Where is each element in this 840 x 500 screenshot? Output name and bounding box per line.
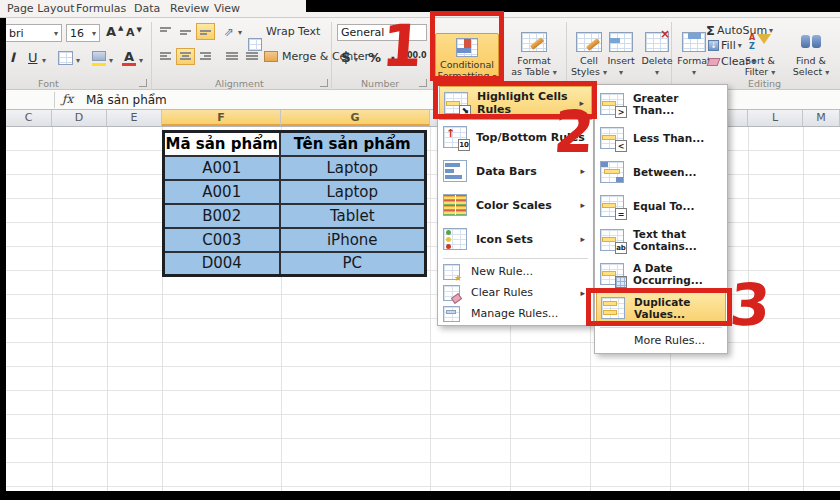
- borders-dropdown-icon[interactable]: ▾: [76, 56, 80, 65]
- shrink-font-button[interactable]: A▼: [126, 26, 142, 39]
- column-header-c[interactable]: C: [6, 110, 52, 126]
- decrease-indent-button[interactable]: [222, 48, 241, 65]
- chevron-down-icon[interactable]: ▾: [92, 29, 96, 38]
- submenu-item-more-rules[interactable]: More Rules...: [596, 330, 726, 351]
- menu-item-manage-rules[interactable]: Manage Rules...: [439, 303, 592, 324]
- cell-g2[interactable]: Laptop: [280, 156, 426, 180]
- cell-g5[interactable]: iPhone: [280, 228, 426, 252]
- currency-button[interactable]: $: [341, 49, 351, 65]
- submenu-item-text-contains[interactable]: ab Text that Contains...: [596, 223, 726, 257]
- cell-f4[interactable]: B002: [164, 204, 280, 228]
- column-header-d[interactable]: D: [52, 110, 107, 126]
- grow-font-button[interactable]: A▲: [106, 24, 123, 39]
- format-as-table-button[interactable]: Formatas Table ▾: [506, 32, 562, 78]
- middle-align-button[interactable]: [176, 23, 195, 40]
- tab-review[interactable]: Review: [170, 2, 209, 15]
- top-align-button[interactable]: [156, 23, 175, 40]
- italic-button[interactable]: I: [10, 50, 15, 65]
- font-color-swatch: [122, 63, 136, 66]
- menu-item-icon-sets[interactable]: Icon Sets ▸: [439, 222, 592, 256]
- conditional-formatting-icon: [456, 38, 478, 57]
- submenu-arrow-icon: ▸: [580, 288, 585, 298]
- align-right-button[interactable]: [196, 48, 215, 65]
- sort-filter-button[interactable]: A Z Sort &Filter ▾: [738, 32, 782, 78]
- underline-button[interactable]: U: [28, 50, 38, 65]
- menu-item-new-rule[interactable]: ★ New Rule...: [439, 261, 592, 282]
- cell-f5[interactable]: C003: [164, 228, 280, 252]
- fill-button[interactable]: ↓ Fill▾: [708, 39, 742, 52]
- table-row: D004 PC: [164, 252, 426, 276]
- data-bars-icon: [443, 160, 467, 182]
- borders-icon[interactable]: [58, 51, 73, 65]
- fill-color-dropdown-icon[interactable]: ▾: [109, 56, 113, 65]
- number-dialog-launcher[interactable]: [419, 79, 427, 87]
- screenshot-left-crop: [0, 18, 6, 500]
- product-table: Mã sản phẩm Tên sản phẩm A001 Laptop A00…: [162, 130, 427, 277]
- cell-g4[interactable]: Tablet: [280, 204, 426, 228]
- font-size-combo[interactable]: 16 ▾: [66, 24, 100, 42]
- format-cells-button[interactable]: Format▾: [676, 32, 712, 78]
- font-name-combo[interactable]: bri ▾: [5, 24, 62, 42]
- merge-center-button[interactable]: Merge & Center▾: [282, 50, 375, 63]
- format-cells-icon: [682, 32, 706, 52]
- column-header-l[interactable]: L: [748, 110, 803, 126]
- submenu-item-date-occurring[interactable]: A Date Occurring...: [596, 257, 726, 291]
- underline-dropdown-icon[interactable]: ▾: [42, 56, 46, 65]
- tab-data[interactable]: Data: [134, 2, 160, 15]
- sigma-icon: Σ: [706, 23, 715, 38]
- highlight-cells-icon: ⬊: [444, 92, 468, 114]
- align-left-button[interactable]: [156, 48, 175, 65]
- increase-indent-button[interactable]: [242, 48, 261, 65]
- tab-page-layout[interactable]: Page Layout: [7, 2, 75, 15]
- column-header-g[interactable]: G: [281, 110, 430, 126]
- find-select-button[interactable]: Find &Select ▾: [788, 32, 834, 78]
- submenu-item-less-than[interactable]: < Less Than...: [596, 121, 726, 155]
- cell-f6[interactable]: D004: [164, 252, 280, 276]
- tab-view[interactable]: View: [214, 2, 240, 15]
- cell-f1[interactable]: Mã sản phẩm: [164, 132, 280, 156]
- font-color-button[interactable]: A: [124, 49, 134, 64]
- font-color-dropdown-icon[interactable]: ▾: [139, 56, 143, 65]
- wrap-text-button[interactable]: Wrap Text: [266, 25, 320, 38]
- icon-sets-icon: [443, 228, 467, 250]
- column-header-m[interactable]: M: [803, 110, 840, 126]
- orientation-icon[interactable]: ⇗: [224, 25, 234, 39]
- fill-color-swatch: [92, 63, 106, 66]
- fill-down-icon: ↓: [708, 40, 719, 51]
- screenshot-bottom-crop: [0, 491, 840, 500]
- duplicate-values-icon: [601, 297, 625, 319]
- orientation-dropdown-icon[interactable]: ▾: [238, 28, 242, 37]
- delete-cells-button[interactable]: × Delete▾: [640, 32, 674, 78]
- submenu-item-between[interactable]: Between...: [596, 155, 726, 189]
- cell-f2[interactable]: A001: [164, 156, 280, 180]
- submenu-item-greater-than[interactable]: > Greater Than...: [596, 87, 726, 121]
- font-dialog-launcher[interactable]: [139, 79, 147, 87]
- fill-color-icon[interactable]: [92, 51, 106, 61]
- menu-item-color-scales[interactable]: Color Scales ▸: [439, 188, 592, 222]
- insert-cells-button[interactable]: Insert▾: [604, 32, 638, 78]
- text-contains-icon: ab: [600, 229, 624, 251]
- bottom-align-button[interactable]: [196, 23, 215, 40]
- menu-item-clear-rules[interactable]: Clear Rules ▸: [439, 282, 592, 303]
- less-than-icon: <: [600, 127, 624, 149]
- submenu-item-duplicate-values[interactable]: Duplicate Values...: [596, 291, 726, 325]
- cf-label-line2: Formatting: [438, 70, 490, 81]
- chevron-down-icon[interactable]: ▾: [54, 29, 58, 38]
- alignment-dialog-launcher[interactable]: [320, 79, 328, 87]
- cell-f3[interactable]: A001: [164, 180, 280, 204]
- tab-formulas[interactable]: Formulas: [76, 2, 126, 15]
- formula-bar-value[interactable]: Mã sản phẩm: [86, 93, 167, 107]
- cell-g1[interactable]: Tên sản phẩm: [280, 132, 426, 156]
- cf-label-line1: Conditional: [440, 59, 494, 70]
- font-size-value: 16: [70, 27, 84, 40]
- column-header-f[interactable]: F: [162, 110, 281, 126]
- cell-g3[interactable]: Laptop: [280, 180, 426, 204]
- percent-style-button[interactable]: %: [368, 50, 381, 65]
- cell-g6[interactable]: PC: [280, 252, 426, 276]
- new-rule-icon: ★: [443, 264, 460, 280]
- column-header-e[interactable]: E: [107, 110, 162, 126]
- submenu-item-equal-to[interactable]: = Equal To...: [596, 189, 726, 223]
- delete-cells-icon: ×: [645, 32, 669, 52]
- align-center-button[interactable]: [176, 48, 195, 65]
- currency-dropdown-icon[interactable]: ▾: [354, 55, 358, 64]
